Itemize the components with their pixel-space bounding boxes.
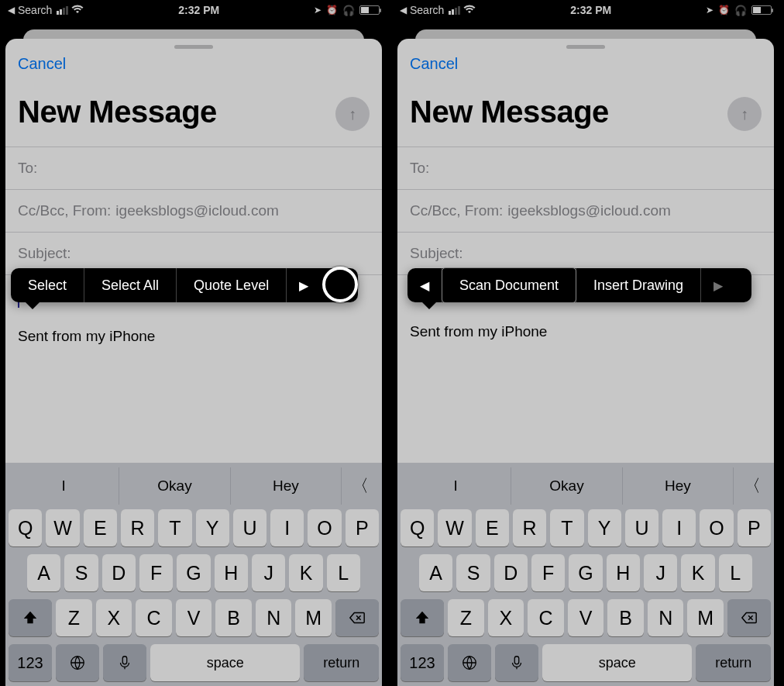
key-a[interactable]: A (419, 554, 452, 591)
globe-key[interactable] (448, 644, 491, 681)
key-i[interactable]: I (662, 509, 696, 546)
key-k[interactable]: K (289, 554, 322, 591)
key-r[interactable]: R (121, 509, 154, 546)
backspace-key[interactable] (335, 599, 379, 636)
key-t[interactable]: T (550, 509, 583, 546)
key-b[interactable]: B (215, 599, 252, 636)
cc-from-field[interactable]: Cc/Bcc, From: igeeksblogs@icloud.com (397, 189, 774, 232)
key-f[interactable]: F (139, 554, 173, 591)
key-c[interactable]: C (528, 599, 564, 636)
key-z[interactable]: Z (448, 599, 484, 636)
sheet-grabber[interactable] (566, 45, 605, 49)
return-key[interactable]: return (696, 644, 771, 681)
key-y[interactable]: Y (588, 509, 621, 546)
ctx-more-left[interactable]: ◀ (407, 268, 442, 302)
space-key[interactable]: space (150, 644, 300, 681)
key-n[interactable]: N (256, 599, 292, 636)
key-e[interactable]: E (84, 509, 117, 546)
key-r[interactable]: R (513, 509, 546, 546)
key-e[interactable]: E (476, 509, 509, 546)
signal-icon (449, 6, 460, 15)
back-arrow-icon: ◀ (8, 5, 15, 16)
numeric-key[interactable]: 123 (401, 644, 444, 681)
key-o[interactable]: O (700, 509, 733, 546)
ctx-select[interactable]: Select (11, 268, 84, 302)
key-j[interactable]: J (252, 554, 285, 591)
key-a[interactable]: A (27, 554, 60, 591)
send-button[interactable]: ↑ (335, 97, 370, 131)
space-key[interactable]: space (542, 644, 692, 681)
ctx-quote-level[interactable]: Quote Level (177, 268, 286, 302)
key-l[interactable]: L (327, 554, 360, 591)
key-m[interactable]: M (295, 599, 332, 636)
key-x[interactable]: X (488, 599, 524, 636)
dictation-key[interactable] (103, 644, 146, 681)
to-field[interactable]: To: (5, 147, 382, 189)
key-p[interactable]: P (738, 509, 771, 546)
globe-key[interactable] (56, 644, 99, 681)
compose-title: New Message (410, 81, 762, 147)
ctx-more-right[interactable]: ▶ (287, 268, 321, 302)
sheet-grabber[interactable] (174, 45, 213, 49)
prediction-3[interactable]: Hey (623, 467, 734, 505)
phone-left: ◀ Search 2:32 PM ➤ ⏰ 🎧 Cancel New Messag… (2, 0, 386, 686)
cancel-button[interactable]: Cancel (18, 53, 66, 81)
ctx-select-all[interactable]: Select All (84, 268, 176, 302)
key-row-1: Q W E R T Y U I O P (401, 509, 771, 546)
key-h[interactable]: H (607, 554, 640, 591)
alarm-icon: ⏰ (326, 5, 338, 16)
key-s[interactable]: S (64, 554, 98, 591)
key-o[interactable]: O (308, 509, 341, 546)
key-l[interactable]: L (719, 554, 752, 591)
prediction-2[interactable]: Okay (511, 467, 622, 505)
key-x[interactable]: X (96, 599, 132, 636)
location-icon: ➤ (314, 5, 322, 16)
key-d[interactable]: D (494, 554, 528, 591)
prediction-1[interactable]: I (9, 467, 119, 505)
key-t[interactable]: T (158, 509, 191, 546)
prediction-3[interactable]: Hey (231, 467, 342, 505)
key-d[interactable]: D (102, 554, 136, 591)
key-c[interactable]: C (136, 599, 172, 636)
key-w[interactable]: W (438, 509, 471, 546)
key-i[interactable]: I (270, 509, 304, 546)
key-b[interactable]: B (607, 599, 644, 636)
key-j[interactable]: J (644, 554, 677, 591)
prediction-collapse[interactable]: 〈 (734, 467, 771, 505)
key-w[interactable]: W (46, 509, 79, 546)
key-n[interactable]: N (648, 599, 684, 636)
key-f[interactable]: F (531, 554, 565, 591)
backspace-key[interactable] (727, 599, 771, 636)
prediction-1[interactable]: I (401, 467, 511, 505)
cc-from-field[interactable]: Cc/Bcc, From: igeeksblogs@icloud.com (5, 189, 382, 232)
key-h[interactable]: H (215, 554, 248, 591)
to-field[interactable]: To: (397, 147, 774, 189)
cancel-button[interactable]: Cancel (410, 53, 458, 81)
key-k[interactable]: K (681, 554, 714, 591)
shift-key[interactable] (401, 599, 444, 636)
key-v[interactable]: V (176, 599, 212, 636)
ctx-insert-drawing[interactable]: Insert Drawing (576, 268, 700, 302)
subject-label: Subject: (18, 245, 71, 262)
ctx-scan-document[interactable]: Scan Document (442, 268, 576, 302)
signature-text: Sent from my iPhone (410, 323, 762, 340)
key-q[interactable]: Q (401, 509, 434, 546)
key-p[interactable]: P (346, 509, 379, 546)
key-g[interactable]: G (569, 554, 602, 591)
send-button[interactable]: ↑ (727, 97, 762, 131)
key-y[interactable]: Y (196, 509, 229, 546)
key-v[interactable]: V (568, 599, 604, 636)
dictation-key[interactable] (495, 644, 538, 681)
key-s[interactable]: S (456, 554, 490, 591)
shift-key[interactable] (9, 599, 52, 636)
prediction-collapse[interactable]: 〈 (342, 467, 379, 505)
key-q[interactable]: Q (9, 509, 42, 546)
key-z[interactable]: Z (56, 599, 92, 636)
numeric-key[interactable]: 123 (9, 644, 52, 681)
prediction-2[interactable]: Okay (119, 467, 230, 505)
key-m[interactable]: M (687, 599, 724, 636)
return-key[interactable]: return (304, 644, 379, 681)
key-u[interactable]: U (625, 509, 658, 546)
key-u[interactable]: U (233, 509, 266, 546)
key-g[interactable]: G (177, 554, 210, 591)
